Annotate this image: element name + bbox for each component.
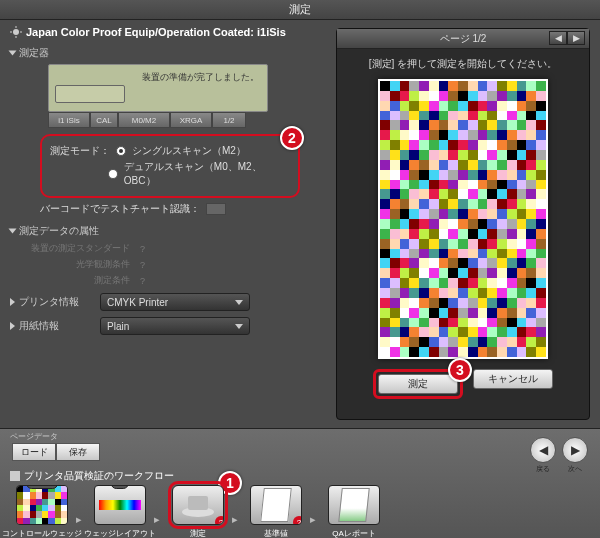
next-page-button[interactable]: ▶ [567, 31, 585, 45]
wf-label: コントロールウェッジ [2, 528, 82, 538]
wf-tile-control-wedge[interactable]: 1680 [16, 485, 68, 525]
callout-3: 3 [448, 358, 472, 382]
workflow-title: プリンタ品質検証のワークフロー [10, 469, 174, 483]
paper-select[interactable]: Plain [100, 317, 250, 335]
mode-single-label: シングルスキャン（M2） [132, 144, 246, 158]
wf-label: 測定 [190, 528, 206, 538]
wf-tile-qa-report[interactable] [328, 485, 380, 525]
back-label: 戻る [530, 464, 556, 474]
attr-standard-value: ? [140, 244, 145, 254]
help-icon[interactable]: ? [293, 516, 302, 525]
mode-label: 測定モード： [50, 144, 110, 158]
wf-label: QAレポート [332, 528, 376, 538]
chevron-down-icon [9, 51, 17, 56]
attr-optical-value: ? [140, 260, 145, 270]
wf-tile-measure[interactable]: ? [172, 485, 224, 525]
mode-dual-label: デュアルスキャン（M0、M2、OBC） [124, 160, 290, 188]
wf-arrow-icon: ▸ [232, 513, 242, 526]
strip-mode: M0/M2 [118, 112, 170, 128]
strip-page: 1/2 [212, 112, 246, 128]
strip-device: i1 iSis [48, 112, 90, 128]
cancel-button[interactable]: キャンセル [473, 369, 553, 389]
svg-rect-7 [188, 496, 208, 510]
workflow-row: 1680 コントロールウェッジ ▸ 2 ウェッジレイアウト ▸ 1 ? 測定 ▸ [10, 485, 386, 538]
chevron-right-icon [10, 298, 15, 306]
pagedata-label: ページデータ [10, 431, 58, 442]
radio-single-scan[interactable] [116, 146, 126, 156]
profile-title: Japan Color Proof Equip/Operation Coated… [10, 26, 322, 38]
section-measure-device[interactable]: 測定器 [10, 46, 322, 60]
back-button[interactable]: ◀ [530, 437, 556, 463]
preview-panel: ページ 1/2 ◀ ▶ [測定] を押して測定を開始してください。 3 測定 キ… [336, 28, 590, 420]
workflow-icon [10, 471, 20, 481]
help-icon[interactable]: ? [215, 516, 224, 525]
attr-optical-label: 光学観測条件 [10, 258, 130, 271]
next-button[interactable]: ▶ [562, 437, 588, 463]
wf-label: 基準値 [264, 528, 288, 538]
radio-dual-scan[interactable] [108, 169, 118, 179]
chevron-right-icon [10, 322, 15, 330]
wf-label: ウェッジレイアウト [84, 528, 156, 538]
wf-arrow-icon: ▸ [154, 513, 164, 526]
chevron-down-icon [235, 300, 243, 305]
chevron-down-icon [9, 229, 17, 234]
callout-2: 2 [280, 126, 304, 150]
barcode-row: バーコードでテストチャート認識： [40, 202, 322, 216]
section-paper-info[interactable]: 用紙情報 [10, 319, 100, 333]
wf-arrow-icon: ▸ [76, 513, 86, 526]
preview-instruction: [測定] を押して測定を開始してください。 [337, 49, 589, 79]
wf-tile-reference[interactable]: ? [250, 485, 302, 525]
sun-icon [10, 26, 22, 38]
section-printer-info[interactable]: プリンタ情報 [10, 295, 100, 309]
chevron-down-icon [235, 324, 243, 329]
device-status-strip: i1 iSis CAL M0/M2 XRGA 1/2 [48, 112, 322, 128]
measure-button-highlight: 3 測定 [373, 369, 463, 399]
barcode-toggle[interactable] [206, 203, 226, 215]
printer-select[interactable]: CMYK Printer [100, 293, 250, 311]
strip-cal: CAL [90, 112, 118, 128]
device-ready-message: 装置の準備が完了しました。 [142, 71, 259, 84]
attr-standard-label: 装置の測定スタンダード [10, 242, 130, 255]
next-label: 次へ [562, 464, 588, 474]
section-attributes[interactable]: 測定データの属性 [10, 224, 322, 238]
page-indicator: ページ 1/2 [440, 32, 487, 46]
attr-cond-label: 測定条件 [10, 274, 130, 287]
testchart-preview [378, 79, 548, 359]
measure-device-icon [178, 490, 218, 520]
count-pill: 2 [111, 485, 129, 489]
load-button[interactable]: ロード [12, 443, 56, 461]
device-preview: 装置の準備が完了しました。 [48, 64, 268, 112]
attr-cond-value: ? [140, 276, 145, 286]
svg-point-0 [13, 29, 19, 35]
prev-page-button[interactable]: ◀ [549, 31, 567, 45]
wf-tile-wedge-layout[interactable]: 2 [94, 485, 146, 525]
measure-mode-group: 2 測定モード： シングルスキャン（M2） デュアルスキャン（M0、M2、OBC… [40, 134, 300, 198]
strip-xrga: XRGA [170, 112, 212, 128]
count-pill: 1680 [26, 485, 58, 489]
window-title: 測定 [0, 0, 600, 20]
svg-rect-5 [10, 471, 20, 481]
wf-arrow-icon: ▸ [310, 513, 320, 526]
save-button[interactable]: 保存 [56, 443, 100, 461]
measure-button[interactable]: 測定 [378, 374, 458, 394]
